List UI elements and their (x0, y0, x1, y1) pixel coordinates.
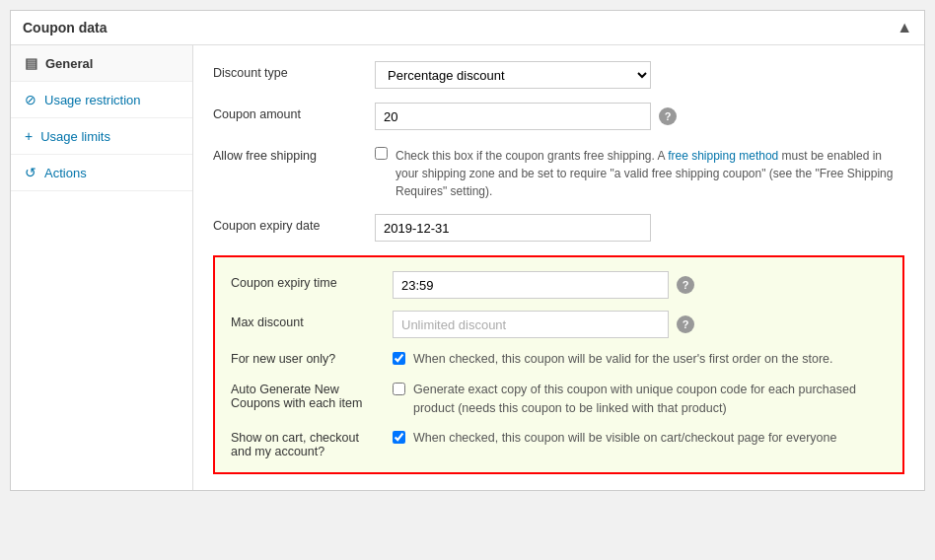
coupon-expiry-date-row: Coupon expiry date (213, 214, 904, 242)
coupon-amount-help[interactable]: ? (659, 107, 677, 125)
for-new-user-field: When checked, this coupon will be valid … (393, 350, 887, 369)
coupon-expiry-time-input[interactable] (393, 271, 669, 299)
for-new-user-label: For new user only? (231, 350, 379, 366)
usage-restriction-icon: ⊘ (25, 92, 36, 107)
coupon-data-panel: Coupon data ▲ ▤ General ⊘ Usage restrict… (10, 10, 925, 491)
coupon-expiry-date-label: Coupon expiry date (213, 214, 361, 233)
max-discount-input[interactable] (393, 311, 669, 338)
coupon-amount-input[interactable] (375, 103, 651, 130)
coupon-expiry-date-field (375, 214, 904, 242)
sidebar-item-label: Actions (44, 166, 87, 180)
auto-generate-field: Generate exact copy of this coupon with … (393, 381, 887, 418)
panel-toggle[interactable]: ▲ (897, 19, 912, 36)
highlight-section: Coupon expiry time ? Max discount ? (213, 255, 904, 474)
allow-free-shipping-field: Check this box if the coupon grants free… (375, 144, 904, 200)
coupon-amount-field: ? (375, 103, 904, 130)
actions-icon: ↺ (25, 165, 36, 180)
discount-type-row: Discount type Percentage discount Fixed … (213, 61, 904, 89)
auto-generate-desc: Generate exact copy of this coupon with … (413, 381, 887, 418)
discount-type-field: Percentage discount Fixed cart discount … (375, 61, 904, 89)
show-on-cart-field: When checked, this coupon will be visibl… (393, 429, 887, 448)
sidebar-item-label: Usage limits (40, 129, 110, 144)
sidebar: ▤ General ⊘ Usage restriction + Usage li… (11, 45, 193, 490)
allow-free-shipping-checkbox[interactable] (375, 147, 388, 160)
sidebar-item-usage-limits[interactable]: + Usage limits (11, 118, 192, 155)
allow-free-shipping-desc: Check this box if the coupon grants free… (396, 144, 904, 200)
content-area: Discount type Percentage discount Fixed … (193, 45, 924, 490)
max-discount-help[interactable]: ? (677, 315, 694, 333)
panel-body: ▤ General ⊘ Usage restriction + Usage li… (11, 45, 924, 490)
auto-generate-row: Auto Generate New Coupons with each item… (231, 381, 887, 418)
free-shipping-link[interactable]: free shipping method (668, 149, 778, 163)
allow-free-shipping-row: Allow free shipping Check this box if th… (213, 144, 904, 200)
panel-title: Coupon data (23, 20, 108, 35)
coupon-amount-label: Coupon amount (213, 103, 361, 121)
usage-limits-icon: + (25, 128, 33, 144)
coupon-expiry-date-input[interactable] (375, 214, 651, 242)
sidebar-item-actions[interactable]: ↺ Actions (11, 155, 192, 191)
max-discount-field: ? (393, 311, 887, 338)
max-discount-label: Max discount (231, 311, 379, 329)
coupon-expiry-time-label: Coupon expiry time (231, 271, 379, 290)
discount-type-select[interactable]: Percentage discount Fixed cart discount … (375, 61, 651, 89)
sidebar-item-general[interactable]: ▤ General (11, 45, 192, 82)
general-icon: ▤ (25, 55, 37, 71)
coupon-expiry-time-field: ? (393, 271, 887, 299)
coupon-expiry-time-help[interactable]: ? (677, 276, 694, 294)
sidebar-item-usage-restriction[interactable]: ⊘ Usage restriction (11, 82, 192, 118)
discount-type-label: Discount type (213, 61, 361, 80)
max-discount-row: Max discount ? (231, 311, 887, 338)
auto-generate-checkbox[interactable] (393, 383, 405, 395)
for-new-user-checkbox[interactable] (393, 352, 405, 365)
for-new-user-row: For new user only? When checked, this co… (231, 350, 887, 369)
sidebar-item-label: General (45, 56, 93, 71)
coupon-expiry-time-row: Coupon expiry time ? (231, 271, 887, 299)
show-on-cart-checkbox[interactable] (393, 431, 405, 444)
for-new-user-desc: When checked, this coupon will be valid … (413, 350, 833, 369)
auto-generate-label: Auto Generate New Coupons with each item (231, 381, 379, 410)
sidebar-item-label: Usage restriction (44, 93, 141, 107)
show-on-cart-label: Show on cart, checkout and my account? (231, 429, 379, 458)
show-on-cart-row: Show on cart, checkout and my account? W… (231, 429, 887, 458)
show-on-cart-desc: When checked, this coupon will be visibl… (413, 429, 836, 448)
allow-free-shipping-label: Allow free shipping (213, 144, 361, 163)
panel-header: Coupon data ▲ (11, 11, 924, 45)
coupon-amount-row: Coupon amount ? (213, 103, 904, 130)
